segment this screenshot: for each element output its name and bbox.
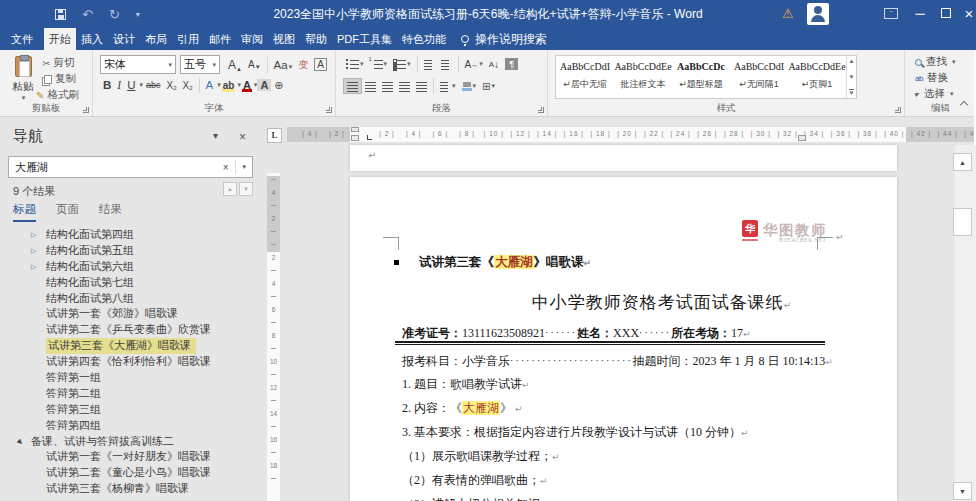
superscript-button[interactable]: X2 [180, 80, 196, 91]
first-line-indent-marker[interactable] [351, 127, 359, 132]
v-scrollbar-track[interactable] [955, 145, 976, 501]
decrease-indent-button[interactable] [421, 57, 438, 71]
tab-设计[interactable]: 设计 [108, 28, 140, 50]
find-button[interactable]: 查找▾ [905, 54, 976, 70]
select-button[interactable]: 选择▾ [905, 86, 976, 102]
replace-button[interactable]: ab替换 [905, 70, 976, 86]
copy-button[interactable]: 复制 [42, 71, 76, 87]
styles-scroll[interactable]: ▲▼▼ [846, 56, 856, 98]
styles-dialog-launcher[interactable] [895, 107, 901, 113]
increase-indent-button[interactable] [438, 57, 455, 71]
grow-font-button[interactable]: A▲ [225, 58, 245, 72]
tab-布局[interactable]: 布局 [140, 28, 172, 50]
justify-button[interactable] [396, 79, 413, 93]
italic-button[interactable]: I [114, 79, 124, 91]
style-card-1[interactable]: AaBbCcDdI↵居中无缩 [556, 56, 614, 98]
phonetic-guide-button[interactable]: 变 [295, 58, 311, 72]
char-shading-button[interactable]: A [257, 79, 271, 91]
bold-button[interactable]: B [100, 79, 114, 91]
horizontal-ruler[interactable]: | 4 || 2 || 2 || 4 || 6 || 8 || 10 || 12… [287, 127, 976, 142]
font-size-select[interactable]: 五号▾ [180, 55, 220, 74]
tab-邮件[interactable]: 邮件 [204, 28, 236, 50]
tab-帮助[interactable]: 帮助 [300, 28, 332, 50]
nav-item[interactable]: 试讲第一套《一对好朋友》唱歌课 [0, 449, 261, 465]
nav-item[interactable]: 答辩第四组 [0, 418, 261, 434]
nav-tab-标题[interactable]: 标题 [13, 202, 36, 222]
highlight-color-button[interactable]: ab [221, 80, 237, 91]
tab-PDF工具集[interactable]: PDF工具集 [332, 28, 397, 50]
enclose-characters-button[interactable]: ⊕ [271, 79, 286, 92]
close-button[interactable]: × [956, 0, 976, 28]
format-painter-button[interactable]: ✎格式刷 [36, 87, 79, 103]
tab-stop-selector[interactable]: L [267, 128, 282, 143]
subscript-button[interactable]: X2 [164, 80, 180, 91]
font-name-select[interactable]: 宋体▾ [100, 55, 176, 74]
tab-引用[interactable]: 引用 [172, 28, 204, 50]
nav-item[interactable]: ▷结构化面试第六组 [0, 259, 261, 275]
bullets-button[interactable]: ▾ [343, 57, 367, 71]
line-spacing-button[interactable]: ▾ [437, 79, 459, 93]
nav-close-icon[interactable]: × [239, 130, 246, 144]
paste-button[interactable]: 粘贴 ▾ [6, 56, 40, 102]
shading-button[interactable]: ▾ [459, 80, 480, 93]
style-card-4[interactable]: AaBbCcDdI↵无间隔1 [730, 56, 788, 98]
asian-layout-button[interactable]: A↔▾ [462, 57, 486, 72]
scroll-up-button[interactable]: ▲ [953, 153, 972, 171]
clipboard-dialog-launcher[interactable] [83, 107, 89, 113]
font-dialog-launcher[interactable] [326, 107, 332, 113]
nav-item[interactable]: 答辩第三组 [0, 402, 261, 418]
nav-chevron-down-icon[interactable]: ▾ [213, 130, 218, 141]
nav-prev-result-button[interactable]: ▲ [223, 182, 237, 196]
right-indent-marker[interactable] [798, 135, 806, 141]
nav-item[interactable]: 试讲第四套《恰利利恰利》唱歌课 [0, 354, 261, 370]
nav-search-dropdown-icon[interactable]: ▾ [236, 163, 252, 171]
hanging-indent-marker[interactable] [351, 135, 359, 141]
paragraph-dialog-launcher[interactable] [538, 107, 544, 113]
nav-item[interactable]: ▷结构化面试第四组 [0, 227, 261, 243]
align-left-button[interactable] [343, 78, 362, 94]
multilevel-list-button[interactable]: ▾ [390, 57, 414, 71]
ribbon-display-options-icon[interactable]: ˆ [884, 8, 898, 19]
show-hide-marks-button[interactable]: ¶ [502, 56, 521, 72]
nav-item[interactable]: 答辩第一组 [0, 370, 261, 386]
tell-me-search[interactable]: 操作说明搜索 [461, 28, 547, 50]
change-case-button[interactable]: Aa▾ [271, 59, 296, 71]
char-border-button[interactable]: A [311, 58, 330, 71]
style-card-5[interactable]: AaBbCcDdEe↵页脚1 [788, 56, 846, 98]
borders-button[interactable]: ⊞▾ [479, 79, 498, 94]
nav-item[interactable]: 答辩第二组 [0, 386, 261, 402]
nav-next-result-button[interactable]: ▼ [239, 182, 253, 196]
minimize-button[interactable]: ─ [907, 0, 933, 28]
nav-item[interactable]: 试讲第三套《杨柳青》唱歌课 [0, 481, 261, 497]
cut-button[interactable]: ✂剪切 [42, 55, 74, 71]
nav-item[interactable]: ▷结构化面试第五组 [0, 243, 261, 259]
underline-button[interactable]: U [124, 79, 138, 91]
numbering-button[interactable]: ▾ [367, 57, 391, 71]
tab-file[interactable]: 文件 [0, 28, 44, 50]
vertical-ruler[interactable]: 4224681012141618 [267, 173, 280, 501]
tab-视图[interactable]: 视图 [268, 28, 300, 50]
tab-开始[interactable]: 开始 [44, 28, 76, 50]
nav-tab-结果[interactable]: 结果 [99, 202, 122, 222]
nav-item[interactable]: 试讲第三套《大雁湖》唱歌课 [0, 338, 261, 354]
tab-特色功能[interactable]: 特色功能 [397, 28, 451, 50]
align-right-button[interactable] [379, 79, 396, 93]
user-avatar[interactable] [807, 3, 829, 25]
nav-item[interactable]: 结构化面试第八组 [0, 291, 261, 307]
nav-item[interactable]: ▸备课、试讲与答辩拔高训练二 [0, 434, 261, 450]
tab-审阅[interactable]: 审阅 [236, 28, 268, 50]
v-scrollbar-thumb[interactable] [953, 208, 972, 236]
sort-button[interactable]: A↓ [486, 57, 502, 72]
scroll-down-button[interactable]: ▼ [953, 482, 972, 500]
tab-插入[interactable]: 插入 [76, 28, 108, 50]
shrink-font-button[interactable]: A▼ [245, 59, 264, 70]
warning-icon[interactable]: ⚠ [782, 6, 794, 21]
nav-tab-页面[interactable]: 页面 [56, 202, 79, 222]
nav-item[interactable]: 试讲第二套《乒乓变奏曲》欣赏课 [0, 322, 261, 338]
nav-item[interactable]: 试讲第一套《郊游》唱歌课 [0, 306, 261, 322]
nav-item[interactable]: 结构化面试第七组 [0, 275, 261, 291]
align-center-button[interactable] [362, 79, 379, 93]
strikethrough-button[interactable]: abc [143, 80, 164, 90]
style-card-3[interactable]: AaBbCcDc↵题型标题 [672, 56, 730, 98]
nav-search-input[interactable]: 大雁湖 × ▾ [8, 156, 253, 178]
